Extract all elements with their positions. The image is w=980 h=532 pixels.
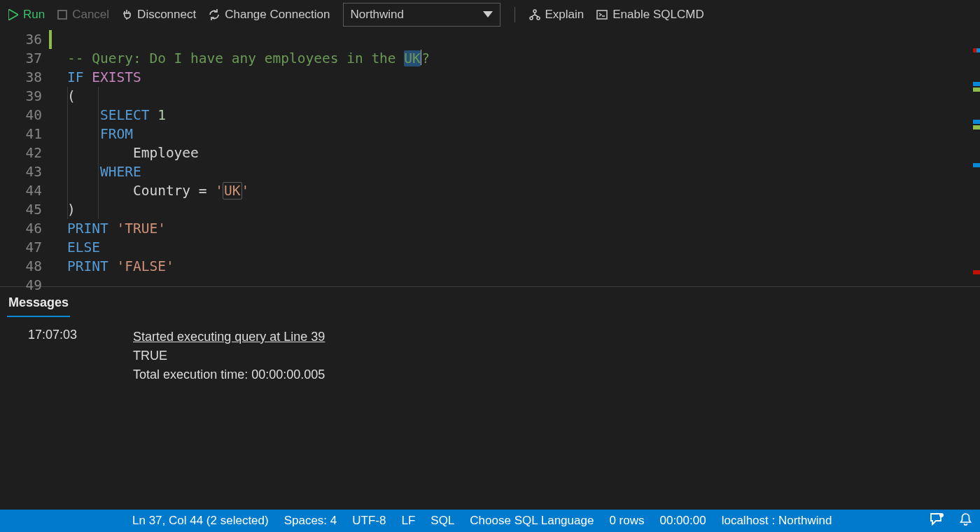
line-number: 43 bbox=[0, 162, 42, 181]
svg-marker-2 bbox=[483, 11, 493, 18]
output-panel: Messages 17:07:03 Started executing quer… bbox=[0, 286, 980, 510]
status-encoding[interactable]: UTF-8 bbox=[352, 514, 386, 528]
code-line[interactable]: SELECT 1 bbox=[67, 106, 980, 125]
chevron-down-icon bbox=[483, 11, 493, 18]
status-indentation[interactable]: Spaces: 4 bbox=[284, 514, 337, 528]
stop-icon bbox=[57, 10, 67, 20]
marker-icon bbox=[973, 88, 980, 92]
line-number: 46 bbox=[0, 219, 42, 238]
code-line[interactable]: Employee bbox=[67, 144, 980, 162]
disconnect-label: Disconnect bbox=[137, 8, 196, 22]
play-icon bbox=[8, 9, 18, 20]
marker-icon bbox=[973, 48, 980, 52]
code-editor[interactable]: 3637383940414243444546474849 -- Query: D… bbox=[0, 30, 980, 286]
marker-icon bbox=[973, 120, 980, 124]
code-line[interactable]: ( bbox=[67, 87, 980, 106]
cancel-label: Cancel bbox=[72, 8, 109, 22]
query-toolbar: Run Cancel Disconnect Change Connection … bbox=[0, 0, 980, 30]
change-connection-button[interactable]: Change Connection bbox=[209, 8, 330, 22]
code-line[interactable]: IF EXISTS bbox=[67, 68, 980, 87]
code-line[interactable]: ) bbox=[67, 200, 980, 219]
code-line[interactable]: WHERE bbox=[67, 162, 980, 181]
messages-body: 17:07:03 Started executing query at Line… bbox=[0, 317, 980, 391]
status-eol[interactable]: LF bbox=[401, 514, 415, 528]
line-number: 39 bbox=[0, 87, 42, 106]
feedback-icon[interactable] bbox=[930, 513, 944, 529]
status-exec-time[interactable]: 00:00:00 bbox=[659, 514, 706, 528]
code-line[interactable]: Country = 'UK' bbox=[67, 181, 980, 200]
message-line: TRUE bbox=[133, 346, 325, 365]
marker-icon bbox=[973, 270, 980, 274]
terminal-icon bbox=[596, 10, 608, 20]
code-line[interactable]: PRINT 'TRUE' bbox=[67, 219, 980, 238]
status-row-count[interactable]: 0 rows bbox=[609, 514, 644, 528]
line-number: 41 bbox=[0, 125, 42, 144]
svg-marker-0 bbox=[8, 9, 18, 20]
run-button[interactable]: Run bbox=[8, 8, 45, 22]
marker-icon bbox=[973, 82, 980, 86]
message-timestamp: 17:07:03 bbox=[7, 328, 77, 342]
code-content[interactable]: -- Query: Do I have any employees in the… bbox=[53, 30, 980, 286]
enable-sqlcmd-button[interactable]: Enable SQLCMD bbox=[596, 8, 704, 22]
status-cursor-position[interactable]: Ln 37, Col 44 (2 selected) bbox=[132, 514, 269, 528]
database-dropdown[interactable]: Northwind bbox=[343, 3, 500, 27]
code-line[interactable]: PRINT 'FALSE' bbox=[67, 257, 980, 276]
line-number: 44 bbox=[0, 181, 42, 200]
message-line: Total execution time: 00:00:00.005 bbox=[133, 365, 325, 384]
disconnect-button[interactable]: Disconnect bbox=[122, 8, 196, 22]
code-line[interactable]: -- Query: Do I have any employees in the… bbox=[67, 49, 980, 68]
status-language[interactable]: SQL bbox=[430, 514, 454, 528]
status-choose-language[interactable]: Choose SQL Language bbox=[470, 514, 594, 528]
toolbar-separator bbox=[514, 7, 515, 22]
line-number-gutter: 3637383940414243444546474849 bbox=[0, 30, 49, 286]
code-line[interactable] bbox=[67, 30, 980, 49]
svg-point-5 bbox=[537, 17, 540, 20]
cancel-button: Cancel bbox=[57, 8, 109, 22]
line-number: 36 bbox=[0, 30, 42, 49]
svg-point-4 bbox=[530, 17, 533, 20]
tree-icon bbox=[529, 9, 540, 20]
marker-icon bbox=[973, 163, 980, 167]
line-number: 49 bbox=[0, 276, 42, 295]
line-number: 37 bbox=[0, 49, 42, 68]
run-label: Run bbox=[23, 8, 45, 22]
line-number: 47 bbox=[0, 238, 42, 257]
explain-label: Explain bbox=[545, 8, 584, 22]
code-line[interactable]: ELSE bbox=[67, 238, 980, 257]
explain-button[interactable]: Explain bbox=[529, 8, 584, 22]
svg-point-7 bbox=[939, 513, 944, 517]
overview-ruler[interactable] bbox=[969, 30, 980, 286]
line-number: 45 bbox=[0, 200, 42, 219]
svg-point-3 bbox=[533, 10, 536, 13]
svg-rect-1 bbox=[58, 10, 66, 19]
message-lines: Started executing query at Line 39TRUETo… bbox=[133, 328, 325, 384]
marker-icon bbox=[973, 125, 980, 130]
sqlcmd-label: Enable SQLCMD bbox=[612, 8, 704, 22]
plug-icon bbox=[122, 9, 132, 20]
refresh-icon bbox=[209, 9, 220, 20]
bell-icon[interactable] bbox=[960, 513, 972, 529]
line-number: 48 bbox=[0, 257, 42, 276]
status-connection[interactable]: localhost : Northwind bbox=[722, 514, 832, 528]
line-number: 40 bbox=[0, 106, 42, 125]
database-selected: Northwind bbox=[351, 8, 405, 22]
message-line: Started executing query at Line 39 bbox=[133, 328, 325, 346]
line-number: 38 bbox=[0, 68, 42, 87]
status-bar: Ln 37, Col 44 (2 selected) Spaces: 4 UTF… bbox=[0, 510, 980, 532]
change-connection-label: Change Connection bbox=[225, 8, 330, 22]
code-line[interactable]: FROM bbox=[67, 125, 980, 144]
tab-messages[interactable]: Messages bbox=[7, 293, 70, 317]
line-number: 42 bbox=[0, 144, 42, 162]
code-line[interactable] bbox=[67, 276, 980, 295]
